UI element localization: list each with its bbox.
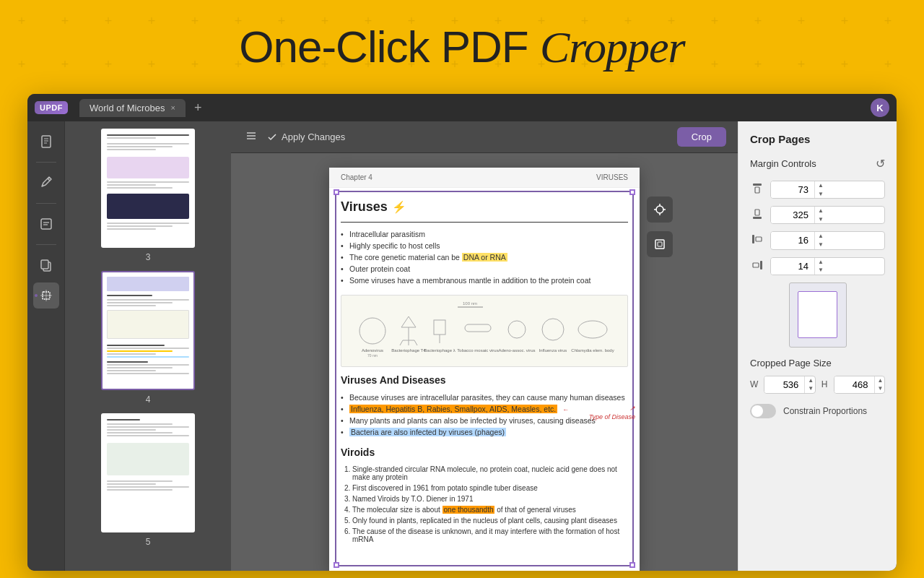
- crop-frame-button[interactable]: [647, 231, 673, 257]
- width-decrement[interactable]: ▼: [805, 384, 816, 393]
- tab-label: World of Microbes: [90, 103, 165, 113]
- height-input-wrapper: ▲ ▼: [834, 376, 886, 394]
- svg-point-37: [656, 206, 663, 213]
- thumbnails-panel: 3: [65, 121, 231, 571]
- reset-button[interactable]: ↺: [876, 157, 885, 171]
- viroid-item-6: The cause of the disease is unknown, and…: [352, 526, 628, 545]
- svg-rect-2: [42, 136, 51, 147]
- thumbnail-label-4: 4: [146, 394, 151, 405]
- toolbar-icon-button[interactable]: [243, 127, 260, 147]
- sidebar-icon-copy[interactable]: [33, 252, 59, 278]
- sidebar-icon-crop[interactable]: [33, 282, 59, 309]
- svg-rect-45: [755, 187, 759, 193]
- svg-rect-24: [434, 320, 445, 335]
- crop-corner-bl[interactable]: [334, 562, 339, 568]
- viroid-item-3: Named Viroids by T.O. Diener in 1971: [352, 493, 628, 504]
- margin-bottom-increment[interactable]: ▲: [815, 207, 827, 215]
- svg-text:Chlamydia elem. body: Chlamydia elem. body: [571, 348, 614, 353]
- width-input[interactable]: [764, 376, 804, 393]
- crop-button[interactable]: Crop: [677, 127, 726, 147]
- width-spinner: ▲ ▼: [804, 376, 816, 393]
- width-increment[interactable]: ▲: [805, 376, 816, 385]
- margin-left-increment[interactable]: ▲: [815, 232, 827, 241]
- height-increment[interactable]: ▲: [875, 376, 886, 385]
- svg-text:100 nm: 100 nm: [463, 301, 477, 306]
- cropped-page-size-label: Cropped Page Size: [750, 358, 885, 368]
- margin-top-increment[interactable]: ▲: [815, 181, 827, 190]
- bullet-item-2: Highly specific to host cells: [341, 240, 628, 251]
- svg-point-14: [359, 318, 385, 344]
- svg-text:70 nm: 70 nm: [367, 353, 378, 358]
- svg-marker-17: [401, 316, 416, 327]
- margin-top-spinner: ▲ ▼: [814, 181, 827, 198]
- sidebar-icon-document[interactable]: [33, 129, 59, 155]
- tab-bar: World of Microbes × +: [79, 99, 871, 117]
- bullet-item-1: Intracellular parasitism: [341, 228, 628, 240]
- app-header: One-Click PDF Cropper: [0, 0, 924, 94]
- type-of-disease-annotation: ↗ Type of Disease: [589, 405, 635, 420]
- apply-changes-button[interactable]: Apply Changes: [267, 131, 345, 142]
- svg-point-33: [578, 321, 607, 338]
- margin-left-input[interactable]: [771, 232, 814, 249]
- app-window: UPDF World of Microbes × + K: [27, 94, 897, 571]
- thumbnail-frame-5: [101, 413, 195, 532]
- svg-rect-42: [655, 240, 664, 249]
- svg-text:Adeno-assoc. virus: Adeno-assoc. virus: [498, 348, 535, 353]
- svg-rect-49: [756, 237, 762, 241]
- app-body: 3: [27, 121, 897, 571]
- svg-rect-43: [658, 242, 662, 246]
- margin-right-input-wrapper: ▲ ▼: [770, 257, 885, 275]
- svg-rect-27: [465, 324, 491, 332]
- thumbnail-page-4[interactable]: 4: [72, 271, 224, 405]
- svg-text:Bacteriophage λ: Bacteriophage λ: [424, 348, 455, 353]
- right-panel: Crop Pages Margin Controls ↺: [738, 121, 897, 571]
- margin-row-left: ▲ ▼: [750, 231, 885, 249]
- viruses-diseases-title: Viruses And Diseases: [341, 374, 628, 386]
- bullet-item-4: Outer protein coat: [341, 263, 628, 275]
- viroid-item-2: First discovered in 1961 from potato spi…: [352, 483, 628, 493]
- margin-left-input-wrapper: ▲ ▼: [770, 231, 885, 249]
- page-header: Chapter 4 VIRUSES: [329, 168, 640, 188]
- viroids-title: Viroids: [341, 447, 628, 458]
- disease-bullet-1: Because viruses are intracellular parasi…: [341, 392, 628, 403]
- thumbnail-page-3[interactable]: 3: [72, 129, 224, 262]
- height-decrement[interactable]: ▼: [875, 384, 886, 393]
- svg-rect-44: [753, 184, 762, 186]
- margin-right-increment[interactable]: ▲: [815, 258, 827, 267]
- margin-top-decrement[interactable]: ▼: [815, 190, 827, 199]
- page-preview-inner: [798, 291, 837, 338]
- toggle-knob: [751, 405, 763, 417]
- thumbnail-label-3: 3: [146, 252, 151, 262]
- updf-logo: UPDF: [35, 101, 68, 114]
- margin-right-input[interactable]: [771, 258, 814, 275]
- margin-right-decrement[interactable]: ▼: [815, 266, 827, 275]
- margin-bottom-decrement[interactable]: ▼: [815, 215, 827, 224]
- margin-row-right: ▲ ▼: [750, 257, 885, 275]
- title-bar: UPDF World of Microbes × + K: [27, 94, 897, 121]
- svg-text:Tobacco mosaic virus: Tobacco mosaic virus: [457, 348, 498, 353]
- margin-top-input-wrapper: ▲ ▼: [770, 181, 885, 199]
- add-tab-button[interactable]: +: [188, 100, 208, 116]
- svg-text:Influenza virus: Influenza virus: [539, 348, 567, 353]
- height-input[interactable]: [834, 376, 874, 393]
- margin-bottom-input[interactable]: [771, 207, 814, 223]
- height-label: H: [821, 379, 828, 389]
- margin-left-decrement[interactable]: ▼: [815, 241, 827, 249]
- sidebar-divider-3: [36, 244, 56, 245]
- thumbnail-page-5[interactable]: 5: [72, 413, 224, 547]
- crop-corner-br[interactable]: [629, 562, 635, 568]
- svg-text:Bacteriophage T4: Bacteriophage T4: [391, 348, 426, 353]
- main-content: Apply Changes Crop Chapter 4 VIRUSES: [231, 121, 738, 571]
- sidebar-icons: [27, 121, 65, 571]
- sidebar-divider-2: [36, 203, 56, 204]
- page-chapter-label: Chapter 4: [341, 173, 372, 181]
- crop-crosshair-button[interactable]: [647, 197, 673, 223]
- margin-right-spinner: ▲ ▼: [814, 258, 827, 275]
- sidebar-icon-text[interactable]: [33, 211, 59, 237]
- tab-world-of-microbes[interactable]: World of Microbes ×: [79, 99, 186, 117]
- margin-top-input[interactable]: [771, 181, 814, 198]
- sidebar-icon-edit[interactable]: [33, 170, 59, 196]
- tab-close-button[interactable]: ×: [170, 104, 175, 112]
- constrain-toggle[interactable]: [750, 404, 776, 418]
- margin-bottom-icon: [750, 208, 764, 222]
